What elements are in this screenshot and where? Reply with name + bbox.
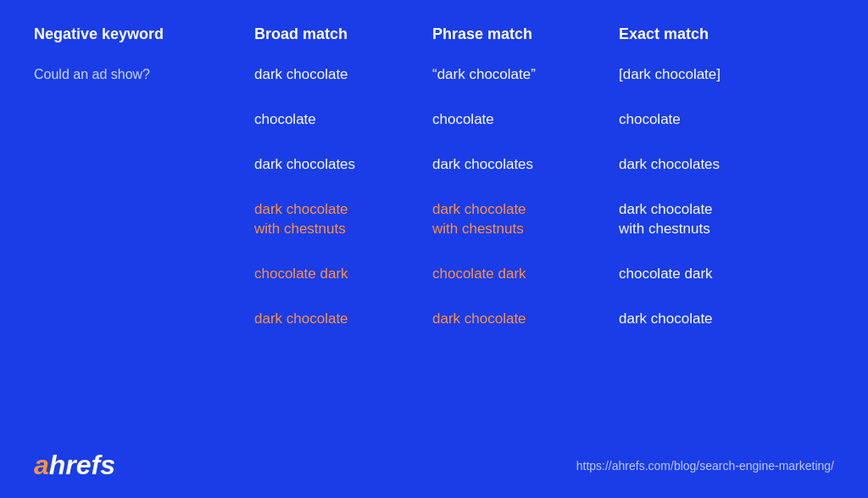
col-broad-header: Broad match [254, 25, 432, 59]
col-negative: Negative keyword Could an ad show? [34, 25, 254, 441]
exact-row-6: dark chocolate [619, 303, 814, 336]
col-negative-subheader: Could an ad show? [34, 59, 246, 91]
col-exact: Exact match [dark chocolate] chocolate d… [619, 25, 814, 441]
exact-row-4: dark chocolatewith chestnuts [619, 193, 814, 246]
col-phrase-header: Phrase match [432, 25, 619, 59]
broad-row-1: dark chocolate [254, 59, 432, 92]
phrase-row-1: “dark chocolate” [432, 59, 619, 92]
phrase-row-6: dark chocolate [432, 303, 619, 336]
col-negative-header: Negative keyword [34, 25, 246, 59]
col-phrase: Phrase match “dark chocolate” chocolate … [432, 25, 619, 441]
col-exact-header: Exact match [619, 25, 814, 59]
phrase-row-4: dark chocolatewith chestnuts [432, 193, 619, 246]
logo-hrefs: hrefs [49, 450, 115, 481]
ahrefs-logo: a hrefs [34, 450, 115, 481]
phrase-row-5: chocolate dark [432, 258, 619, 291]
footer-url: https://ahrefs.com/blog/search-engine-ma… [576, 459, 834, 473]
broad-row-4: dark chocolatewith chestnuts [254, 193, 432, 246]
logo-a: a [34, 450, 49, 481]
broad-row-5: chocolate dark [254, 258, 432, 291]
col-broad: Broad match dark chocolate chocolate dar… [254, 25, 432, 441]
exact-row-1: [dark chocolate] [619, 59, 814, 92]
exact-row-3: dark chocolates [619, 148, 814, 182]
broad-row-2: chocolate [254, 104, 432, 137]
comparison-table: Negative keyword Could an ad show? Broad… [34, 25, 834, 441]
footer: a hrefs https://ahrefs.com/blog/search-e… [34, 441, 834, 481]
phrase-row-3: dark chocolates [432, 148, 619, 182]
exact-row-5: chocolate dark [619, 258, 814, 291]
page-container: Negative keyword Could an ad show? Broad… [0, 0, 868, 498]
exact-row-2: chocolate [619, 104, 814, 137]
broad-row-3: dark chocolates [254, 148, 432, 182]
phrase-row-2: chocolate [432, 104, 619, 137]
broad-row-6: dark chocolate [254, 303, 432, 336]
